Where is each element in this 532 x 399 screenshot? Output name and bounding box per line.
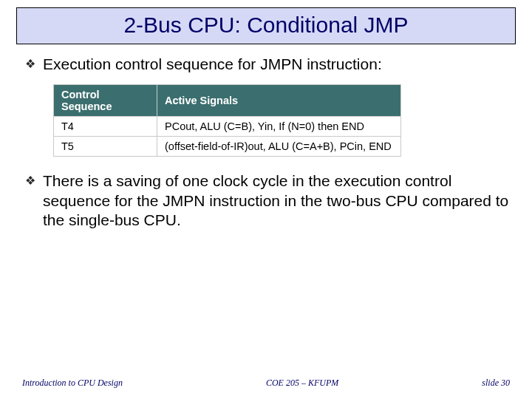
footer-center: COE 205 – KFUPM — [266, 378, 338, 389]
slide-title: 2-Bus CPU: Conditional JMP — [123, 13, 408, 37]
table: Control Sequence Active Signals T4 PCout… — [53, 84, 401, 157]
diamond-bullet-icon: ❖ — [25, 55, 35, 73]
table-row: T4 PCout, ALU (C=B), Yin, If (N=0) then … — [54, 117, 401, 137]
table-cell: T4 — [54, 117, 157, 137]
table-header: Control Sequence — [54, 85, 157, 117]
slide-footer: Introduction to CPU Design COE 205 – KFU… — [0, 378, 532, 389]
slide-title-bar: 2-Bus CPU: Conditional JMP — [16, 7, 516, 44]
footer-left: Introduction to CPU Design — [22, 378, 123, 389]
table-header: Active Signals — [157, 85, 401, 117]
table-row: T5 (offset-field-of-IR)out, ALU (C=A+B),… — [54, 137, 401, 157]
diamond-bullet-icon: ❖ — [25, 172, 35, 190]
control-sequence-table: Control Sequence Active Signals T4 PCout… — [53, 84, 510, 157]
footer-right: slide 30 — [482, 378, 510, 389]
slide-content: ❖ Execution control sequence for JMPN in… — [0, 44, 532, 230]
bullet-item: ❖ There is a saving of one clock cycle i… — [25, 171, 510, 230]
table-header-row: Control Sequence Active Signals — [54, 85, 401, 117]
bullet-text: There is a saving of one clock cycle in … — [43, 171, 510, 230]
table-cell: (offset-field-of-IR)out, ALU (C=A+B), PC… — [157, 137, 401, 157]
bullet-text: Execution control sequence for JMPN inst… — [43, 55, 382, 74]
bullet-item: ❖ Execution control sequence for JMPN in… — [25, 55, 510, 74]
table-cell: PCout, ALU (C=B), Yin, If (N=0) then END — [157, 117, 401, 137]
table-cell: T5 — [54, 137, 157, 157]
